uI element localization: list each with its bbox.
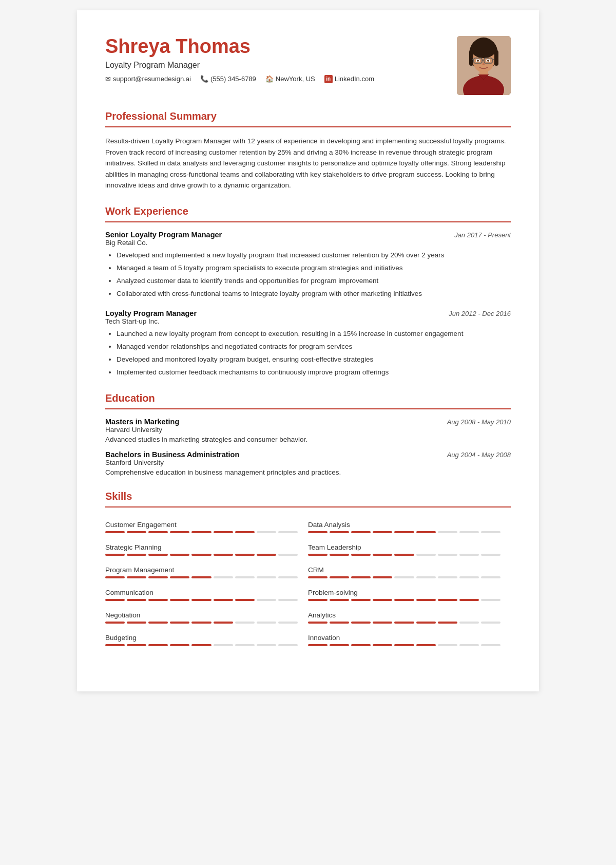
experience-divider	[105, 221, 511, 222]
skill-bar-empty	[459, 554, 479, 556]
skill-bar-filled	[351, 531, 371, 533]
education-list: Masters in MarketingAug 2008 - May 2010H…	[105, 418, 511, 476]
skill-bar-filled	[148, 554, 168, 556]
skill-bar-empty	[278, 576, 298, 578]
skill-bar-filled	[394, 554, 414, 556]
skill-item: Communication	[105, 584, 308, 606]
skill-bar-filled	[438, 599, 457, 601]
skill-name: Program Management	[105, 566, 298, 574]
skill-name: Communication	[105, 589, 298, 596]
linkedin-icon: in	[324, 75, 333, 83]
edu-header: Masters in MarketingAug 2008 - May 2010	[105, 418, 511, 426]
skill-bar-empty	[278, 644, 298, 646]
skill-bar-empty	[278, 531, 298, 533]
skill-item: Team Leadership	[308, 538, 511, 561]
job-date: Jun 2012 - Dec 2016	[449, 310, 511, 317]
skill-bar-empty	[416, 554, 436, 556]
skill-bar-filled	[257, 554, 276, 556]
skill-bar-filled	[373, 599, 392, 601]
skill-bar-empty	[257, 531, 276, 533]
edu-degree: Masters in Marketing	[105, 418, 179, 426]
svg-line-11	[492, 60, 494, 60]
skill-item: Strategic Planning	[105, 538, 308, 561]
skill-bar-empty	[214, 644, 233, 646]
candidate-title: Loyalty Program Manager	[105, 61, 457, 70]
skill-bar-filled	[438, 622, 457, 624]
skill-bar	[105, 644, 298, 646]
contact-email: ✉ support@resumedesign.ai	[105, 75, 191, 83]
education-item: Masters in MarketingAug 2008 - May 2010H…	[105, 418, 511, 443]
skill-name: Budgeting	[105, 634, 298, 642]
skill-bar-filled	[148, 531, 168, 533]
skill-bar-empty	[438, 531, 457, 533]
edu-header: Bachelors in Business AdministrationAug …	[105, 450, 511, 459]
job-bullet: Developed and monitored loyalty program …	[117, 354, 511, 366]
skill-bar-filled	[373, 622, 392, 624]
education-title: Education	[105, 392, 511, 404]
summary-divider	[105, 126, 511, 127]
skill-bar-empty	[481, 644, 500, 646]
skill-bar	[308, 576, 500, 578]
skill-bar-filled	[351, 622, 371, 624]
skill-bar-filled	[127, 554, 146, 556]
skill-bar-filled	[214, 554, 233, 556]
skill-bar-filled	[148, 599, 168, 601]
job-bullet: Analyzed customer data to identify trend…	[117, 275, 511, 287]
job-bullet: Launched a new loyalty program from conc…	[117, 328, 511, 340]
edu-date: Aug 2008 - May 2010	[447, 418, 511, 426]
contact-info: ✉ support@resumedesign.ai 📞 (555) 345-67…	[105, 75, 457, 83]
location-icon: 🏠	[265, 75, 274, 83]
edu-desc: Advanced studies in marketing strategies…	[105, 436, 511, 443]
skill-item: Program Management	[105, 561, 308, 584]
candidate-name: Shreya Thomas	[105, 36, 457, 58]
education-item: Bachelors in Business AdministrationAug …	[105, 450, 511, 476]
skills-title: Skills	[105, 491, 511, 502]
skill-bar	[105, 576, 298, 578]
skill-bar-filled	[373, 576, 392, 578]
header-left: Shreya Thomas Loyalty Program Manager ✉ …	[105, 36, 457, 83]
skill-bar-filled	[170, 554, 189, 556]
job-date: Jan 2017 - Present	[454, 231, 511, 239]
skill-bar-filled	[191, 599, 211, 601]
phone-icon: 📞	[200, 75, 208, 83]
contact-location: 🏠 NewYork, US	[265, 75, 315, 83]
skill-bar-empty	[257, 644, 276, 646]
edu-desc: Comprehensive education in business mana…	[105, 468, 511, 476]
skill-bar-filled	[127, 599, 146, 601]
skills-grid: Customer EngagementStrategic PlanningPro…	[105, 516, 511, 651]
skill-bar-filled	[127, 531, 146, 533]
skill-bar-filled	[105, 554, 125, 556]
skill-bar-filled	[416, 531, 436, 533]
skill-bar-empty	[459, 531, 479, 533]
skill-bar-empty	[481, 622, 500, 624]
skill-bar-filled	[148, 622, 168, 624]
svg-rect-6	[494, 50, 498, 66]
skill-bar-empty	[214, 576, 233, 578]
skill-bar-filled	[373, 554, 392, 556]
skill-bar-filled	[351, 554, 371, 556]
experience-section: Work Experience Senior Loyalty Program M…	[105, 205, 511, 379]
job-company: Tech Start-up Inc.	[105, 317, 511, 325]
skill-bar-empty	[438, 576, 457, 578]
edu-school: Harvard University	[105, 426, 511, 434]
job-bullets: Developed and implemented a new loyalty …	[105, 250, 511, 300]
skill-bar-filled	[127, 644, 146, 646]
skill-bar-empty	[481, 531, 500, 533]
job-item: Loyalty Program ManagerJun 2012 - Dec 20…	[105, 309, 511, 379]
skill-bar-empty	[481, 599, 500, 601]
skill-bar-filled	[170, 599, 189, 601]
skills-section: Skills Customer EngagementStrategic Plan…	[105, 491, 511, 651]
skill-bar-filled	[235, 531, 255, 533]
skill-bar-filled	[191, 644, 211, 646]
skill-bar	[308, 531, 500, 533]
summary-section: Professional Summary Results-driven Loya…	[105, 110, 511, 191]
skill-name: Problem-solving	[308, 589, 500, 596]
skill-bar-filled	[394, 531, 414, 533]
skill-bar-filled	[351, 599, 371, 601]
skill-bar-filled	[105, 599, 125, 601]
skill-bar-empty	[257, 599, 276, 601]
skill-bar-filled	[394, 622, 414, 624]
svg-point-15	[487, 60, 489, 62]
skill-bar-filled	[214, 531, 233, 533]
education-section: Education Masters in MarketingAug 2008 -…	[105, 392, 511, 476]
